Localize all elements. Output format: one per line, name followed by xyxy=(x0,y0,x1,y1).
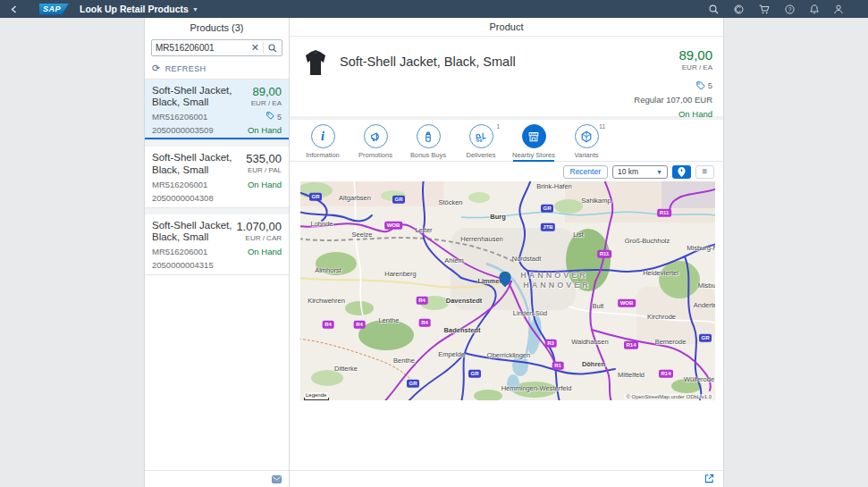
product-item-title: Soft-Shell Jacket, Black, Small xyxy=(152,85,245,108)
product-price-block: 89,00 EUR / EA 5 Regular 107,00 EUR On H… xyxy=(634,47,712,119)
profile-icon[interactable] xyxy=(834,4,843,14)
list-item[interactable]: Soft-Shell Jacket, Black, Small535,00EUR… xyxy=(145,147,289,207)
tab-label: Deliveries xyxy=(467,151,496,159)
chevron-down-icon: ▼ xyxy=(192,6,198,13)
clear-search-icon[interactable]: ✕ xyxy=(248,42,264,54)
tab-count-badge: 1 xyxy=(496,123,500,130)
product-item-unit: EUR / CAR xyxy=(236,234,282,242)
list-item-top-row: Soft-Shell Jacket, Black, Small1.070,00E… xyxy=(152,220,282,243)
tab-label: Variants xyxy=(575,151,599,159)
tab-deliveries[interactable]: Deliveries1 xyxy=(460,120,501,161)
tab-label: Information xyxy=(306,151,340,159)
shell-bar: SAP Look Up Retail Products ▼ ? xyxy=(0,0,868,18)
nearby-stores-map[interactable]: AltgarbsenLohndeSeelzeLetterStöckenBurgH… xyxy=(300,181,715,400)
app-title-menu[interactable]: Look Up Retail Products ▼ xyxy=(80,4,198,14)
sap-logo: SAP xyxy=(39,4,69,15)
share-icon[interactable] xyxy=(704,471,714,487)
product-item-price: 89,00 xyxy=(251,85,282,98)
information-icon: i xyxy=(311,124,335,148)
product-item-id: MR516206001 xyxy=(152,180,207,189)
promotion-indicator[interactable]: 5 xyxy=(634,80,712,90)
email-icon[interactable] xyxy=(272,471,282,487)
product-item-unit: EUR / PAL xyxy=(246,166,282,174)
map-pin-marker[interactable] xyxy=(500,272,511,290)
search-input[interactable] xyxy=(152,43,248,53)
map-scale-bar xyxy=(304,398,329,400)
product-item-title: Soft-Shell Jacket, Black, Small xyxy=(152,152,245,175)
product-item-price-block: 89,00EUR / EA xyxy=(251,85,282,108)
back-button[interactable] xyxy=(0,5,27,13)
search-icon[interactable] xyxy=(709,4,719,14)
refresh-button[interactable]: ⟳ REFRESH xyxy=(145,60,289,80)
radius-select[interactable]: 10 km ▼ xyxy=(612,165,668,179)
search-area: ✕ xyxy=(145,37,289,60)
app-title-label: Look Up Retail Products xyxy=(80,4,189,14)
deliveries-icon xyxy=(469,124,493,148)
list-item-id-row: MR516206001On Hand xyxy=(152,247,282,256)
nearby-stores-icon xyxy=(522,124,546,148)
svg-text:?: ? xyxy=(788,5,792,12)
detail-page-title: Product xyxy=(290,18,723,37)
variants-icon xyxy=(575,124,599,148)
products-panel-title: Products (3) xyxy=(145,18,289,37)
list-item-ean-row: 2050000004315 xyxy=(152,260,282,270)
tab-count-badge: 11 xyxy=(599,123,605,130)
map-roads-layer xyxy=(300,181,715,400)
product-item-price-block: 535,00EUR / PAL xyxy=(246,152,282,175)
map-pin-icon xyxy=(678,167,686,177)
chevron-down-icon: ▼ xyxy=(656,169,662,175)
bonus-buys-icon xyxy=(417,124,441,148)
product-title: Soft-Shell Jacket, Black, Small xyxy=(340,55,516,69)
tab-promotions[interactable]: Promotions xyxy=(355,120,396,161)
list-item-top-row: Soft-Shell Jacket, Black, Small535,00EUR… xyxy=(152,152,282,175)
shell-icon-group: ? xyxy=(709,4,843,14)
map-toolbar: Recenter 10 km ▼ ≡ xyxy=(290,162,723,181)
master-footer-bar xyxy=(145,470,289,487)
tab-information[interactable]: iInformation xyxy=(302,120,343,161)
list-item[interactable]: Soft-Shell Jacket, Black, Small1.070,00E… xyxy=(145,214,289,275)
list-item-ean-row: 2050000003509On Hand xyxy=(152,125,282,135)
product-image xyxy=(304,50,327,77)
notifications-icon[interactable] xyxy=(810,4,819,14)
icon-tab-bar: iInformationPromotionsBonus BuysDeliveri… xyxy=(290,120,723,162)
tab-nearby-stores[interactable]: Nearby Stores xyxy=(513,120,554,161)
tab-label: Nearby Stores xyxy=(512,151,555,159)
list-item[interactable]: Soft-Shell Jacket, Black, Small89,00EUR … xyxy=(145,80,289,140)
availability-status: On Hand xyxy=(248,125,282,135)
sap-logo-text: SAP xyxy=(39,4,61,13)
product-list: Soft-Shell Jacket, Black, Small89,00EUR … xyxy=(145,80,289,275)
tag-icon xyxy=(266,112,274,122)
product-detail-panel: Product Soft-Shell Jacket, Black, Small … xyxy=(290,18,724,487)
refresh-label: REFRESH xyxy=(165,64,206,73)
availability-status: On Hand xyxy=(634,109,712,119)
promotion-count: 5 xyxy=(708,80,712,90)
product-item-price-block: 1.070,00EUR / CAR xyxy=(236,220,282,243)
product-item-id: MR516206001 xyxy=(152,112,207,122)
refresh-icon: ⟳ xyxy=(152,63,161,74)
list-view-button[interactable]: ≡ xyxy=(695,165,714,179)
product-price-unit: EUR / EA xyxy=(634,63,712,71)
list-item-top-row: Soft-Shell Jacket, Black, Small89,00EUR … xyxy=(152,85,282,108)
list-item-id-row: MR5162060015 xyxy=(152,112,282,122)
recenter-button[interactable]: Recenter xyxy=(563,165,609,179)
tab-bonus-buys[interactable]: Bonus Buys xyxy=(408,120,449,161)
list-item-id-row: MR516206001On Hand xyxy=(152,180,282,189)
promotion-count: 5 xyxy=(277,113,282,122)
tab-variants[interactable]: Variants11 xyxy=(566,120,607,161)
tab-label: Promotions xyxy=(358,151,392,159)
copilot-icon[interactable] xyxy=(734,4,744,14)
radius-value: 10 km xyxy=(618,167,638,176)
product-item-price: 535,00 xyxy=(246,152,282,165)
availability-status: On Hand xyxy=(248,247,282,256)
help-icon[interactable]: ? xyxy=(785,4,795,14)
search-field-wrap: ✕ xyxy=(151,39,282,56)
search-icon[interactable] xyxy=(264,44,282,53)
regular-price: Regular 107,00 EUR xyxy=(634,95,712,105)
availability-status: On Hand xyxy=(248,180,282,189)
promotion-indicator[interactable]: 5 xyxy=(266,112,282,122)
product-item-id: MR516206001 xyxy=(152,247,207,256)
map-pins-toggle-button[interactable] xyxy=(672,165,691,179)
cart-icon[interactable] xyxy=(759,4,770,14)
tab-label: Bonus Buys xyxy=(410,151,446,159)
product-item-ean: 2050000004308 xyxy=(152,193,214,203)
